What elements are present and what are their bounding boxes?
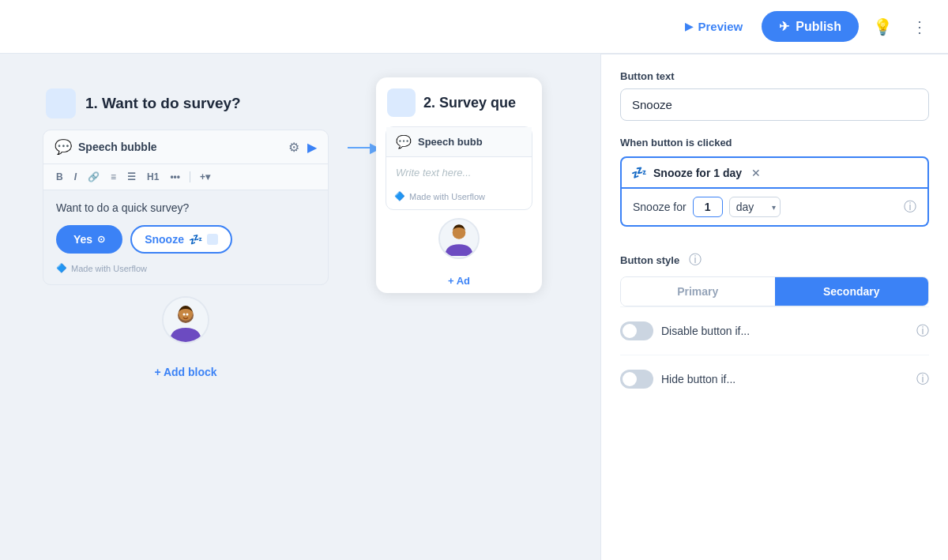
avatar-1 bbox=[162, 296, 209, 344]
secondary-style-option[interactable]: Secondary bbox=[775, 277, 929, 306]
snooze-handle bbox=[207, 234, 218, 245]
lightbulb-icon[interactable]: 💡 bbox=[868, 13, 897, 41]
avatar-2 bbox=[438, 218, 480, 259]
yes-label: Yes bbox=[73, 233, 92, 246]
add-btn[interactable]: +▾ bbox=[197, 170, 213, 184]
svg-point-4 bbox=[186, 314, 189, 316]
hide-toggle-switch[interactable] bbox=[620, 370, 653, 389]
when-clicked-label: When button is clicked bbox=[620, 137, 929, 148]
snooze-unit-wrap: day week hour ▾ bbox=[729, 197, 781, 217]
flow-card-2: 2. Survey que 💬 Speech bubb Write text h… bbox=[376, 77, 542, 293]
button-text-input[interactable] bbox=[620, 88, 929, 121]
right-panel: Button × Button text When button is clic… bbox=[600, 0, 948, 560]
link-btn[interactable]: 🔗 bbox=[85, 170, 103, 184]
button-text-label: Button text bbox=[620, 70, 929, 82]
connector-line bbox=[348, 147, 371, 148]
add-block-btn-2[interactable]: + Ad bbox=[376, 269, 542, 293]
widget-label-2: Speech bubb bbox=[418, 136, 483, 148]
secondary-label: Secondary bbox=[823, 285, 880, 298]
snooze-prefix-label: Snooze for bbox=[633, 201, 687, 213]
header: ▶ Preview ✈ Publish 💡 ⋮ bbox=[0, 0, 948, 54]
preview-label: Preview bbox=[698, 20, 743, 33]
more-options-icon[interactable]: ⋮ bbox=[907, 13, 932, 41]
hide-label: Hide button if... bbox=[661, 373, 735, 385]
action-tag-close-btn[interactable]: ✕ bbox=[751, 167, 761, 179]
button-style-toggle: Primary Secondary bbox=[620, 276, 929, 306]
avatar-svg-2 bbox=[440, 218, 478, 257]
userflow-logo-icon-1: 🔷 bbox=[56, 263, 67, 273]
snooze-dropdown: Snooze for day week hour ▾ ⓘ bbox=[620, 189, 929, 227]
speech-bubble-icon-2: 💬 bbox=[396, 134, 412, 149]
snooze-icon-tag: 💤 bbox=[631, 165, 647, 180]
svg-point-3 bbox=[183, 314, 186, 316]
widget-buttons-1: Yes ⊙ Snooze 💤 bbox=[56, 225, 315, 254]
widget-body-1: Want to do a quick survey? Yes ⊙ Snooze … bbox=[43, 190, 328, 284]
widget-header-1: 💬 Speech bubble ⚙ ▶ bbox=[43, 130, 328, 164]
publish-button[interactable]: ✈ Publish bbox=[762, 11, 859, 42]
widget-header-right-1: ⚙ ▶ bbox=[288, 140, 317, 155]
action-tag: 💤 Snooze for 1 day ✕ bbox=[620, 156, 929, 189]
button-style-header: Button style ⓘ bbox=[620, 252, 929, 269]
userflow-logo-icon-2: 🔷 bbox=[394, 191, 405, 201]
help-icon-hide[interactable]: ⓘ bbox=[916, 371, 929, 388]
publish-label: Publish bbox=[796, 20, 841, 34]
panel-body: Button text When button is clicked 💤 Sno… bbox=[601, 54, 948, 419]
add-block-label-2: + Ad bbox=[448, 275, 470, 287]
settings-icon-1[interactable]: ⚙ bbox=[288, 140, 299, 155]
flow-card-1: 1. Want to do survey? 💬 Speech bubble ⚙ … bbox=[32, 77, 340, 389]
avatar-svg-1 bbox=[164, 298, 208, 342]
speech-bubble-widget-1: 💬 Speech bubble ⚙ ▶ B I 🔗 ≡ ☰ H1 ••• +▾ bbox=[43, 130, 329, 285]
help-icon-disable[interactable]: ⓘ bbox=[916, 323, 929, 340]
widget-label-1: Speech bubble bbox=[78, 141, 157, 153]
more-btn[interactable]: ••• bbox=[167, 170, 183, 184]
bold-btn[interactable]: B bbox=[53, 170, 66, 184]
snooze-button[interactable]: Snooze 💤 bbox=[130, 225, 232, 254]
primary-label: Primary bbox=[677, 285, 718, 298]
yes-icon: ⊙ bbox=[97, 234, 105, 245]
ul-btn[interactable]: ☰ bbox=[124, 170, 139, 184]
help-icon-snooze[interactable]: ⓘ bbox=[904, 199, 916, 216]
action-tag-label: Snooze for 1 day bbox=[653, 167, 742, 179]
yes-button[interactable]: Yes ⊙ bbox=[56, 225, 122, 254]
disable-toggle-row: Disable button if... ⓘ bbox=[620, 306, 929, 355]
step-box-2 bbox=[387, 88, 416, 117]
preview-button[interactable]: ▶ Preview bbox=[675, 13, 753, 39]
snooze-unit-select[interactable]: day week hour bbox=[729, 197, 781, 217]
speech-bubble-widget-2: 💬 Speech bubb Write text here... 🔷 Made … bbox=[386, 126, 532, 210]
made-with-label-2: Made with Userflow bbox=[409, 192, 485, 201]
help-icon-style[interactable]: ⓘ bbox=[689, 252, 702, 269]
made-with-label-1: Made with Userflow bbox=[71, 264, 147, 273]
toolbar-sep bbox=[190, 171, 190, 182]
button-style-label: Button style bbox=[620, 254, 679, 266]
snooze-label: Snooze bbox=[145, 233, 184, 246]
snooze-number-input[interactable] bbox=[693, 197, 723, 217]
widget-header-left-1: 💬 Speech bubble bbox=[55, 138, 157, 156]
italic-btn[interactable]: I bbox=[71, 170, 80, 184]
primary-style-option[interactable]: Primary bbox=[621, 277, 775, 306]
send-icon: ✈ bbox=[779, 19, 789, 34]
hide-toggle-row: Hide button if... ⓘ bbox=[620, 355, 929, 403]
play-icon-1[interactable]: ▶ bbox=[307, 140, 317, 155]
card2-title: 2. Survey que bbox=[423, 95, 516, 111]
card1-title: 1. Want to do survey? bbox=[85, 95, 241, 112]
ol-btn[interactable]: ≡ bbox=[107, 170, 119, 184]
hide-toggle-label-wrap: Hide button if... bbox=[620, 370, 735, 389]
card2-placeholder: Write text here... bbox=[386, 157, 532, 188]
disable-toggle-switch[interactable] bbox=[620, 321, 653, 340]
toolbar-1: B I 🔗 ≡ ☰ H1 ••• +▾ bbox=[43, 164, 328, 190]
canvas: 1. Want to do survey? 💬 Speech bubble ⚙ … bbox=[0, 54, 632, 560]
play-icon: ▶ bbox=[685, 21, 693, 32]
h1-btn[interactable]: H1 bbox=[144, 170, 162, 184]
add-block-btn-1[interactable]: + Add block bbox=[32, 355, 340, 389]
body-text-1: Want to do a quick survey? bbox=[56, 201, 315, 214]
action-tag-wrap: 💤 Snooze for 1 day ✕ Snooze for day week… bbox=[620, 156, 929, 242]
disable-toggle-label-wrap: Disable button if... bbox=[620, 321, 750, 340]
avatar-wrap-2 bbox=[376, 218, 542, 259]
made-with-1: 🔷 Made with Userflow bbox=[56, 263, 315, 273]
speech-bubble-icon-1: 💬 bbox=[55, 138, 72, 156]
card2-made-with: 🔷 Made with Userflow bbox=[386, 188, 532, 209]
step-box-1 bbox=[46, 88, 76, 118]
snooze-icon: 💤 bbox=[189, 233, 202, 246]
avatar-wrap-1 bbox=[32, 296, 340, 344]
add-block-label-1: + Add block bbox=[154, 366, 216, 378]
